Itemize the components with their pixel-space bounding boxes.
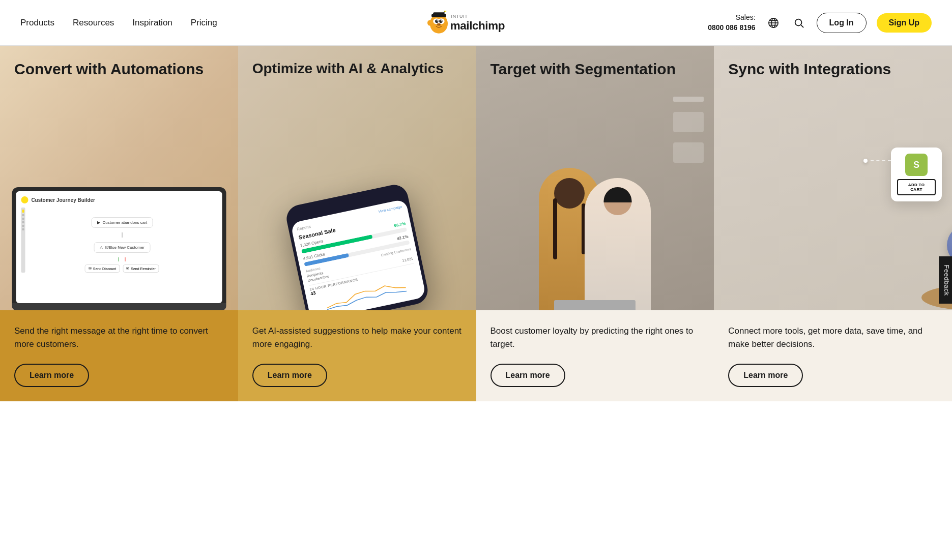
sales-phone[interactable]: 0800 086 8196: [708, 23, 755, 33]
svg-point-1: [427, 20, 432, 25]
card-integrations: Sync with Integrations: [714, 46, 952, 401]
sales-label: Sales:: [708, 13, 755, 23]
card-analytics-learn-more[interactable]: Learn more: [252, 364, 327, 387]
nav-link-resources[interactable]: Resources: [73, 18, 114, 28]
feature-cards-grid: Convert with Automations Customer Journe…: [0, 46, 952, 401]
signup-button[interactable]: Sign Up: [877, 13, 932, 33]
card-integrations-learn-more[interactable]: Learn more: [728, 364, 803, 387]
svg-text:mailchimp: mailchimp: [450, 19, 504, 32]
nav-link-inspiration[interactable]: Inspiration: [132, 18, 172, 28]
jb-action1: Send Discount: [93, 267, 117, 271]
jb-node1: Customer abandons cart: [103, 220, 148, 225]
search-icon-button[interactable]: [791, 15, 806, 31]
svg-point-10: [439, 23, 440, 24]
svg-line-23: [801, 25, 803, 27]
nav-sales-info: Sales: 0800 086 8196: [708, 13, 755, 33]
svg-rect-12: [433, 12, 444, 16]
card-integrations-description: Connect more tools, get more data, save …: [728, 325, 938, 351]
svg-point-8: [437, 23, 441, 26]
card-automation: Convert with Automations Customer Journe…: [0, 46, 238, 401]
card-analytics-description: Get AI-assisted suggestions to help make…: [252, 325, 462, 351]
jb-action2: Send Reminder: [131, 267, 156, 271]
card-integrations-image: Sync with Integrations: [714, 46, 952, 310]
jb-node2: If/Else New Customer: [105, 245, 145, 250]
add-to-cart-badge: ADD TO CART: [897, 179, 936, 195]
nav-right: Sales: 0800 086 8196 Log In Sign Up: [708, 13, 932, 33]
card-automation-learn-more[interactable]: Learn more: [14, 364, 89, 387]
stat1-pct: 66.7%: [393, 221, 406, 228]
svg-point-7: [441, 20, 442, 21]
jb-title: Customer Journey Builder: [31, 197, 95, 203]
login-button[interactable]: Log In: [817, 13, 867, 33]
card-segmentation-title: Target with Segmentation: [476, 46, 714, 86]
card-analytics-image: Optimize with AI & Analytics Reports Vie…: [238, 46, 476, 310]
stat2-pct: 42.1%: [396, 234, 409, 241]
card-automation-description: Send the right message at the right time…: [14, 325, 224, 351]
card-automation-image: Convert with Automations Customer Journe…: [0, 46, 238, 310]
card-analytics: Optimize with AI & Analytics Reports Vie…: [238, 46, 476, 401]
card-segmentation: Target with Segmentation: [476, 46, 714, 401]
card-analytics-bottom: Get AI-assisted suggestions to help make…: [238, 310, 476, 401]
nav-link-products[interactable]: Products: [20, 18, 54, 28]
card-analytics-title: Optimize with AI & Analytics: [238, 46, 476, 85]
card-automation-title: Convert with Automations: [0, 46, 238, 86]
card-automation-bottom: Send the right message at the right time…: [0, 310, 238, 401]
nav-link-pricing[interactable]: Pricing: [191, 18, 217, 28]
card-segmentation-learn-more[interactable]: Learn more: [491, 364, 565, 387]
card-segmentation-image: Target with Segmentation: [476, 46, 714, 310]
navbar: Products Resources Inspiration Pricing: [0, 0, 952, 46]
card-segmentation-description: Boost customer loyalty by predicting the…: [491, 325, 700, 351]
globe-icon-button[interactable]: [766, 15, 781, 31]
card-integrations-title: Sync with Integrations: [714, 46, 952, 86]
card-integrations-bottom: Connect more tools, get more data, save …: [714, 310, 952, 401]
nav-left: Products Resources Inspiration Pricing: [20, 18, 217, 28]
svg-point-9: [437, 23, 438, 24]
feedback-tab[interactable]: Feedback: [939, 256, 952, 304]
card-segmentation-bottom: Boost customer loyalty by predicting the…: [476, 310, 714, 401]
svg-text:INTUIT: INTUIT: [451, 14, 468, 19]
svg-point-22: [795, 19, 801, 25]
svg-point-6: [437, 20, 438, 21]
mailchimp-logo[interactable]: INTUIT mailchimp: [427, 11, 525, 35]
